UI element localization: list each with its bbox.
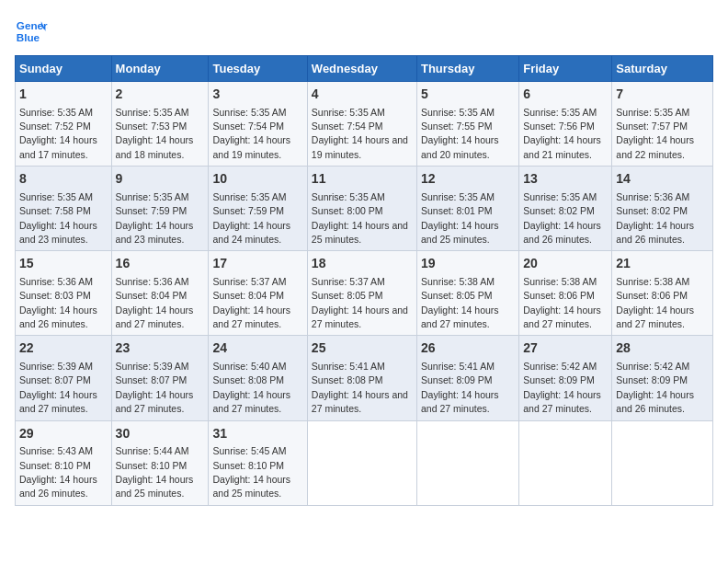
sunrise-text: Sunrise: 5:35 AM	[312, 191, 385, 202]
calendar-cell	[307, 420, 416, 505]
sunrise-text: Sunrise: 5:35 AM	[523, 107, 597, 118]
sunrise-text: Sunrise: 5:35 AM	[616, 107, 689, 118]
sunrise-text: Sunrise: 5:35 AM	[212, 107, 286, 118]
daylight-text: Daylight: 14 hours and 27 minutes.	[116, 304, 194, 329]
svg-text:Blue: Blue	[17, 31, 40, 43]
sunset-text: Sunset: 8:10 PM	[212, 460, 284, 471]
day-number: 8	[19, 170, 108, 189]
daylight-text: Daylight: 14 hours and 17 minutes.	[19, 134, 97, 159]
sunrise-text: Sunrise: 5:38 AM	[523, 276, 597, 287]
sunset-text: Sunset: 8:04 PM	[116, 290, 188, 301]
daylight-text: Daylight: 14 hours and 26 minutes.	[19, 304, 97, 329]
sunset-text: Sunset: 7:52 PM	[19, 121, 91, 132]
daylight-text: Daylight: 14 hours and 24 minutes.	[212, 220, 290, 245]
day-number: 28	[616, 339, 709, 358]
day-number: 6	[523, 86, 608, 104]
day-number: 7	[616, 86, 709, 104]
calendar-cell: 24 Sunrise: 5:40 AM Sunset: 8:08 PM Dayl…	[209, 336, 307, 420]
calendar-cell: 9 Sunrise: 5:35 AM Sunset: 7:59 PM Dayli…	[111, 167, 209, 251]
calendar-week-1: 1 Sunrise: 5:35 AM Sunset: 7:52 PM Dayli…	[16, 82, 713, 167]
day-number: 3	[212, 86, 302, 104]
calendar-week-5: 29 Sunrise: 5:43 AM Sunset: 8:10 PM Dayl…	[16, 420, 713, 505]
daylight-text: Daylight: 14 hours and 21 minutes.	[523, 134, 601, 159]
sunset-text: Sunset: 8:03 PM	[19, 290, 91, 301]
daylight-text: Daylight: 14 hours and 26 minutes.	[616, 389, 694, 414]
header-day-friday: Friday	[519, 56, 612, 82]
sunrise-text: Sunrise: 5:35 AM	[421, 107, 495, 118]
daylight-text: Daylight: 14 hours and 23 minutes.	[19, 220, 97, 245]
daylight-text: Daylight: 14 hours and 27 minutes.	[212, 304, 290, 329]
sunset-text: Sunset: 8:05 PM	[421, 290, 493, 301]
calendar-week-2: 8 Sunrise: 5:35 AM Sunset: 7:58 PM Dayli…	[16, 167, 713, 251]
calendar-cell: 20 Sunrise: 5:38 AM Sunset: 8:06 PM Dayl…	[519, 251, 612, 336]
sunrise-text: Sunrise: 5:39 AM	[19, 361, 93, 372]
sunrise-text: Sunrise: 5:37 AM	[312, 276, 385, 287]
calendar-cell: 6 Sunrise: 5:35 AM Sunset: 7:56 PM Dayli…	[519, 82, 612, 167]
daylight-text: Daylight: 14 hours and 19 minutes.	[212, 134, 290, 159]
sunrise-text: Sunrise: 5:35 AM	[212, 191, 286, 202]
sunset-text: Sunset: 8:07 PM	[19, 374, 91, 385]
daylight-text: Daylight: 14 hours and 27 minutes.	[312, 304, 408, 329]
day-number: 17	[212, 255, 302, 273]
calendar-cell	[612, 420, 713, 505]
calendar-cell: 13 Sunrise: 5:35 AM Sunset: 8:02 PM Dayl…	[519, 167, 612, 251]
sunset-text: Sunset: 7:54 PM	[312, 121, 383, 132]
day-number: 20	[523, 255, 608, 273]
calendar-header-row: SundayMondayTuesdayWednesdayThursdayFrid…	[16, 56, 713, 82]
sunrise-text: Sunrise: 5:43 AM	[19, 445, 93, 456]
day-number: 18	[312, 255, 413, 273]
day-number: 15	[19, 255, 108, 273]
sunset-text: Sunset: 7:54 PM	[212, 121, 284, 132]
calendar-cell: 25 Sunrise: 5:41 AM Sunset: 8:08 PM Dayl…	[307, 336, 416, 420]
calendar-cell: 12 Sunrise: 5:35 AM Sunset: 8:01 PM Dayl…	[416, 167, 518, 251]
calendar-cell: 4 Sunrise: 5:35 AM Sunset: 7:54 PM Dayli…	[307, 82, 416, 167]
sunset-text: Sunset: 8:06 PM	[523, 290, 595, 301]
day-number: 5	[421, 86, 515, 104]
sunset-text: Sunset: 8:09 PM	[421, 374, 493, 385]
sunset-text: Sunset: 8:08 PM	[212, 374, 284, 385]
calendar-cell: 8 Sunrise: 5:35 AM Sunset: 7:58 PM Dayli…	[16, 167, 112, 251]
calendar-cell: 11 Sunrise: 5:35 AM Sunset: 8:00 PM Dayl…	[307, 167, 416, 251]
daylight-text: Daylight: 14 hours and 27 minutes.	[421, 389, 499, 414]
calendar-cell: 5 Sunrise: 5:35 AM Sunset: 7:55 PM Dayli…	[416, 82, 518, 167]
calendar-cell	[416, 420, 518, 505]
daylight-text: Daylight: 14 hours and 26 minutes.	[616, 220, 694, 245]
sunset-text: Sunset: 8:02 PM	[523, 205, 595, 216]
sunrise-text: Sunrise: 5:45 AM	[212, 445, 286, 456]
calendar-cell: 15 Sunrise: 5:36 AM Sunset: 8:03 PM Dayl…	[16, 251, 112, 336]
sunset-text: Sunset: 8:05 PM	[312, 290, 383, 301]
header-day-monday: Monday	[111, 56, 209, 82]
daylight-text: Daylight: 14 hours and 23 minutes.	[116, 220, 194, 245]
calendar-week-3: 15 Sunrise: 5:36 AM Sunset: 8:03 PM Dayl…	[16, 251, 713, 336]
day-number: 26	[421, 339, 515, 358]
daylight-text: Daylight: 14 hours and 26 minutes.	[19, 474, 97, 499]
day-number: 10	[212, 170, 302, 189]
sunrise-text: Sunrise: 5:40 AM	[212, 361, 286, 372]
daylight-text: Daylight: 14 hours and 27 minutes.	[523, 389, 601, 414]
daylight-text: Daylight: 14 hours and 27 minutes.	[19, 389, 97, 414]
sunrise-text: Sunrise: 5:35 AM	[312, 107, 385, 118]
calendar-cell: 3 Sunrise: 5:35 AM Sunset: 7:54 PM Dayli…	[209, 82, 307, 167]
header-day-saturday: Saturday	[612, 56, 713, 82]
sunrise-text: Sunrise: 5:36 AM	[616, 191, 689, 202]
sunset-text: Sunset: 8:07 PM	[116, 374, 188, 385]
calendar-cell: 18 Sunrise: 5:37 AM Sunset: 8:05 PM Dayl…	[307, 251, 416, 336]
sunrise-text: Sunrise: 5:35 AM	[523, 191, 597, 202]
logo-icon: General Blue	[15, 15, 48, 48]
day-number: 30	[116, 425, 205, 443]
sunset-text: Sunset: 7:56 PM	[523, 121, 595, 132]
header-day-wednesday: Wednesday	[307, 56, 416, 82]
logo: General Blue	[15, 15, 51, 48]
sunset-text: Sunset: 8:10 PM	[116, 460, 188, 471]
day-number: 23	[116, 339, 205, 358]
sunset-text: Sunset: 8:01 PM	[421, 205, 493, 216]
header-day-sunday: Sunday	[16, 56, 112, 82]
calendar-cell: 17 Sunrise: 5:37 AM Sunset: 8:04 PM Dayl…	[209, 251, 307, 336]
sunrise-text: Sunrise: 5:35 AM	[116, 191, 189, 202]
calendar-cell: 30 Sunrise: 5:44 AM Sunset: 8:10 PM Dayl…	[111, 420, 209, 505]
sunset-text: Sunset: 7:55 PM	[421, 121, 493, 132]
daylight-text: Daylight: 14 hours and 27 minutes.	[116, 389, 194, 414]
day-number: 4	[312, 86, 413, 104]
calendar-cell: 29 Sunrise: 5:43 AM Sunset: 8:10 PM Dayl…	[16, 420, 112, 505]
daylight-text: Daylight: 14 hours and 27 minutes.	[212, 389, 290, 414]
